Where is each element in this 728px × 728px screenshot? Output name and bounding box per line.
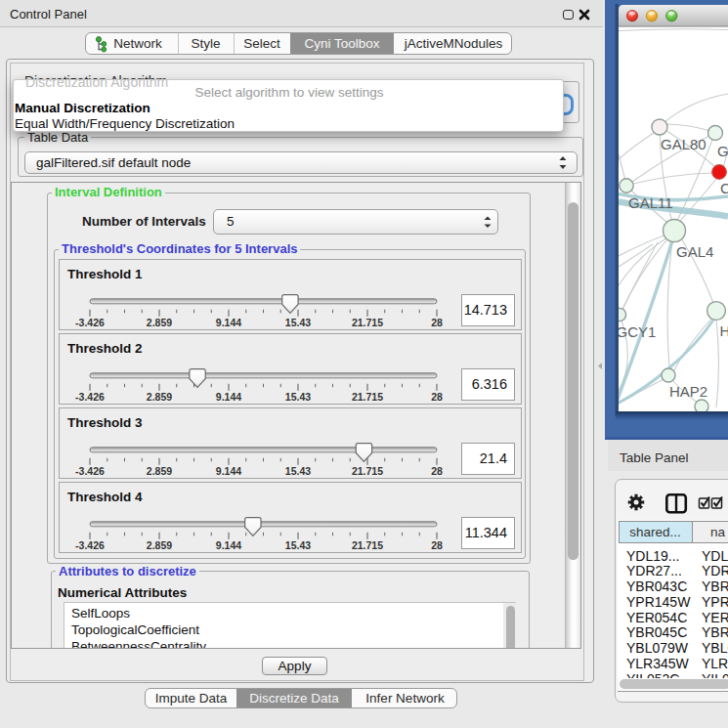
svg-text:15.43: 15.43 bbox=[285, 465, 311, 477]
svg-text:21.715: 21.715 bbox=[352, 465, 383, 477]
svg-text:9.144: 9.144 bbox=[216, 465, 241, 477]
svg-text:28: 28 bbox=[431, 317, 443, 328]
svg-text:2.859: 2.859 bbox=[147, 465, 172, 477]
svg-text:-3.426: -3.426 bbox=[75, 317, 105, 328]
svg-text:-3.426: -3.426 bbox=[75, 465, 105, 477]
svg-text:21.715: 21.715 bbox=[352, 391, 383, 403]
svg-text:9.144: 9.144 bbox=[216, 317, 241, 328]
svg-text:GAL80: GAL80 bbox=[661, 136, 707, 152]
svg-text:HI: HI bbox=[720, 322, 728, 339]
svg-text:28: 28 bbox=[431, 465, 443, 477]
svg-text:GAL11: GAL11 bbox=[628, 194, 673, 211]
svg-text:C: C bbox=[720, 180, 728, 196]
svg-text:15.43: 15.43 bbox=[285, 539, 311, 551]
svg-text:GA: GA bbox=[717, 143, 728, 159]
svg-text:2.859: 2.859 bbox=[147, 539, 172, 551]
svg-text:GAL4: GAL4 bbox=[676, 243, 713, 260]
svg-text:21.715: 21.715 bbox=[352, 539, 383, 551]
svg-text:2.859: 2.859 bbox=[147, 317, 172, 328]
svg-text:HAP2: HAP2 bbox=[669, 383, 707, 400]
svg-text:-3.426: -3.426 bbox=[75, 391, 105, 403]
svg-text:9.144: 9.144 bbox=[216, 539, 241, 551]
svg-text:28: 28 bbox=[431, 391, 443, 403]
svg-text:2.859: 2.859 bbox=[147, 391, 172, 403]
svg-text:-3.426: -3.426 bbox=[75, 539, 105, 551]
svg-text:21.715: 21.715 bbox=[352, 317, 383, 328]
svg-text:15.43: 15.43 bbox=[285, 391, 311, 403]
svg-text:28: 28 bbox=[431, 539, 443, 551]
svg-text:15.43: 15.43 bbox=[285, 317, 311, 328]
svg-text:GCY1: GCY1 bbox=[617, 323, 657, 340]
svg-text:9.144: 9.144 bbox=[216, 391, 241, 403]
